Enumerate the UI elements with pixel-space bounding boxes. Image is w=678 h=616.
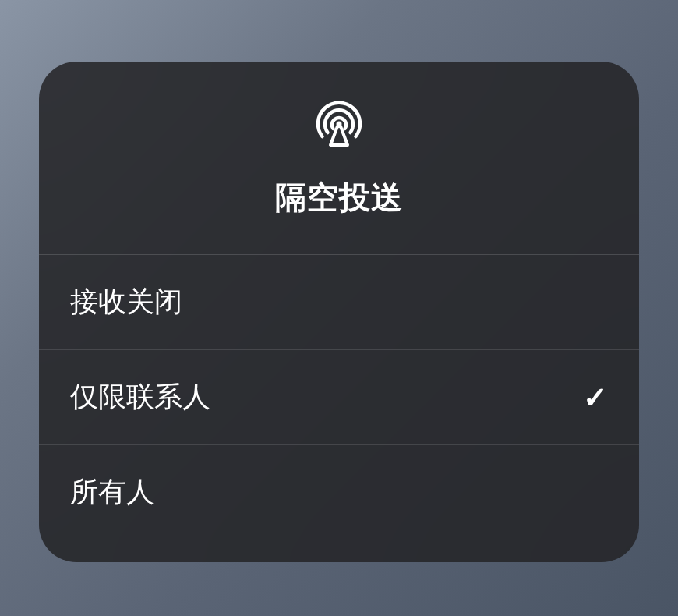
option-label: 所有人 xyxy=(70,473,154,512)
option-everyone[interactable]: 所有人 ✓ xyxy=(39,445,639,540)
panel-header: 隔空投送 xyxy=(39,62,639,255)
airdrop-icon xyxy=(312,97,366,154)
bottom-spacer xyxy=(39,540,639,562)
checkmark-icon: ✓ xyxy=(583,381,608,415)
option-receiving-off[interactable]: 接收关闭 ✓ xyxy=(39,255,639,350)
option-label: 仅限联系人 xyxy=(70,378,210,416)
panel-title: 隔空投送 xyxy=(275,176,403,219)
option-contacts-only[interactable]: 仅限联系人 ✓ xyxy=(39,350,639,445)
option-label: 接收关闭 xyxy=(70,283,182,321)
airdrop-panel: 隔空投送 接收关闭 ✓ 仅限联系人 ✓ 所有人 ✓ xyxy=(39,62,639,562)
